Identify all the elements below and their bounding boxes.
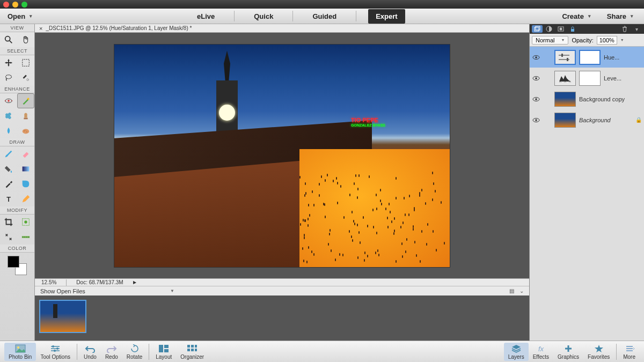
document-tab-title: _DSC1511.JPG @ 12.5% (Hue/Saturation 1, … [46,25,192,31]
chevron-down-icon[interactable]: ⌄ [519,288,524,294]
undo-button[interactable]: Undo [79,343,101,361]
open-files-dropdown[interactable]: Show Open Files ▼ [40,288,174,294]
visibility-toggle-icon[interactable] [532,95,540,104]
new-adjustment-icon[interactable] [544,25,554,33]
pencil-tool[interactable] [17,191,34,206]
blend-mode-dropdown[interactable]: Normal ▼ [532,36,568,45]
blend-mode-value: Normal [536,37,554,43]
svg-rect-2 [23,60,30,67]
layer-row-levels[interactable]: Leve... [530,68,644,88]
layers-panel-toolbar: ▾ [530,24,644,34]
fill-tool[interactable] [0,161,17,176]
redo-button[interactable]: Redo [101,343,122,361]
shape-tool[interactable] [17,176,34,191]
layer-thumbnail[interactable] [554,92,576,107]
layer-name[interactable]: Background [579,117,632,123]
mode-tab-guided[interactable]: Guided [305,9,344,24]
layer-name[interactable]: Hue... [604,54,642,61]
create-menu[interactable]: Create ▾ [562,12,590,20]
open-menu[interactable]: Open ▾ [8,12,32,20]
smart-brush-tool[interactable] [17,93,34,108]
favorites-button[interactable]: Favorites [583,343,614,361]
visibility-toggle-icon[interactable] [532,53,540,62]
rotate-label: Rotate [127,354,142,360]
zoom-level[interactable]: 12.5% [41,279,56,285]
redo-icon [106,344,117,353]
straighten-tool[interactable] [17,230,34,245]
visibility-toggle-icon[interactable] [532,74,540,83]
zoom-window-icon[interactable] [21,2,27,8]
zoom-tool[interactable] [0,32,17,47]
svg-point-38 [17,346,19,349]
photo-canvas[interactable]: TIO PEPE GONZALEZ BYASS [114,44,450,268]
panel-menu-icon[interactable]: ▾ [631,25,642,33]
effects-button[interactable]: fx Effects [529,343,553,361]
crop-tool[interactable] [0,215,17,230]
photo-bin-thumbnail[interactable] [39,300,86,333]
lasso-tool[interactable] [0,70,17,85]
lock-icon: 🔒 [635,117,642,123]
image-content [299,149,450,267]
caret-down-icon[interactable]: ▼ [620,38,624,42]
hand-tool[interactable] [17,32,34,47]
redeye-tool[interactable] [0,93,17,108]
layers-label: Layers [508,354,524,360]
svg-rect-20 [536,26,540,30]
svg-rect-51 [187,349,190,351]
eyedropper-tool[interactable] [0,176,17,191]
lock-layer-icon[interactable] [567,25,578,33]
type-tool[interactable]: T [0,191,17,206]
window-titlebar [0,0,644,9]
layout-button[interactable]: Layout [151,343,176,361]
new-layer-icon[interactable] [532,25,543,33]
spot-heal-tool[interactable] [0,108,17,123]
delete-layer-icon[interactable] [619,25,630,33]
layer-mask-thumbnail[interactable] [579,71,601,86]
marquee-tool[interactable] [17,55,34,70]
layer-mask-icon[interactable] [555,25,566,33]
mode-tab-elive[interactable]: eLive [189,9,222,24]
close-tab-icon[interactable]: × [39,25,42,32]
layer-thumbnail[interactable] [554,113,576,128]
document-tab[interactable]: × _DSC1511.JPG @ 12.5% (Hue/Saturation 1… [35,24,529,33]
minimize-window-icon[interactable] [12,2,18,8]
graphics-button[interactable]: Graphics [553,343,583,361]
organizer-button[interactable]: Organizer [176,343,208,361]
blur-tool[interactable] [0,123,17,138]
visibility-toggle-icon[interactable] [532,116,540,124]
layer-name[interactable]: Background copy [579,96,642,102]
photo-bin-button[interactable]: Photo Bin [4,343,36,361]
layer-row-background[interactable]: Background 🔒 [530,109,644,130]
share-menu[interactable]: Share ▾ [607,12,633,20]
svg-point-4 [27,79,29,81]
tool-options-button[interactable]: Tool Options [36,343,75,361]
clone-stamp-tool[interactable] [17,108,34,123]
more-button[interactable]: More [619,343,640,361]
list-view-icon[interactable]: ▤ [509,288,514,294]
rotate-button[interactable]: Rotate [122,343,147,361]
layer-name[interactable]: Leve... [604,75,642,82]
layers-button[interactable]: Layers [504,343,529,361]
mode-tab-expert[interactable]: Expert [368,9,405,24]
recompose-tool[interactable] [17,215,34,230]
layer-row-background-copy[interactable]: Background copy [530,88,644,109]
svg-point-26 [535,56,537,58]
quick-select-tool[interactable] [17,70,34,85]
eraser-tool[interactable] [17,146,34,161]
opacity-input[interactable]: 100% [597,36,617,45]
mode-tab-quick[interactable]: Quick [246,9,281,24]
foreground-color[interactable] [8,256,19,268]
content-aware-move-tool[interactable] [0,230,17,245]
brush-tool[interactable] [0,146,17,161]
layer-row-hue-saturation[interactable]: Hue... [530,47,644,68]
svg-point-34 [535,98,537,100]
gradient-tool[interactable] [17,161,34,176]
close-window-icon[interactable] [3,2,9,8]
triangle-right-icon[interactable]: ▶ [133,280,136,285]
layer-mask-thumbnail[interactable] [579,50,601,65]
canvas-area[interactable]: TIO PEPE GONZALEZ BYASS [35,33,529,278]
move-tool[interactable] [0,55,17,70]
doc-size-info[interactable]: Doc: 68.7M/137.3M [76,279,123,285]
color-swatches[interactable] [8,256,27,275]
sponge-tool[interactable] [17,123,34,138]
